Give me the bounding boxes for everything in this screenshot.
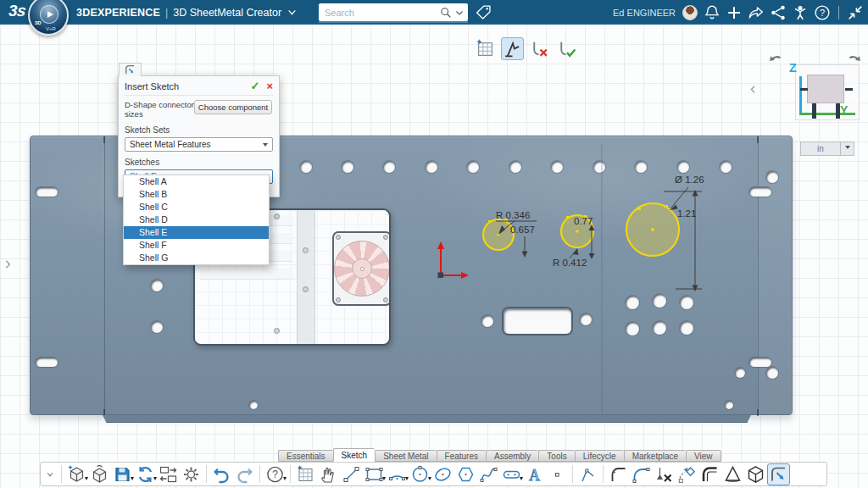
preview-leg bbox=[812, 103, 816, 119]
choose-component-button[interactable]: Choose component bbox=[194, 100, 272, 114]
positioned-sketch-button[interactable] bbox=[501, 37, 524, 60]
exit-check-button[interactable] bbox=[555, 37, 578, 60]
svg-text:A: A bbox=[529, 466, 540, 483]
bottom-flange bbox=[103, 415, 751, 423]
shell-option-shell-a[interactable]: Shell A bbox=[124, 175, 269, 188]
tab-marketplace[interactable]: Marketplace bbox=[624, 450, 686, 462]
rotate-left-icon[interactable] bbox=[765, 53, 786, 71]
sketches-option-list: Shell AShell BShell CShell DShell EShell… bbox=[123, 175, 270, 265]
shell-option-shell-e[interactable]: Shell E bbox=[124, 226, 269, 239]
search-bar[interactable] bbox=[319, 3, 468, 21]
shell-option-shell-c[interactable]: Shell C bbox=[124, 201, 269, 214]
sync-button[interactable] bbox=[134, 463, 157, 485]
insert-sketch-button[interactable] bbox=[767, 463, 790, 485]
rectangle-button[interactable] bbox=[363, 463, 386, 485]
search-icon[interactable] bbox=[439, 6, 453, 19]
units-value[interactable]: in bbox=[800, 141, 841, 156]
search-input[interactable] bbox=[319, 8, 439, 18]
expand-tree-icon[interactable] bbox=[2, 258, 14, 275]
insert-sketch-dialog-tab[interactable] bbox=[119, 63, 142, 76]
user-name[interactable]: Ed ENGINEER bbox=[613, 8, 676, 18]
circle-button[interactable] bbox=[409, 463, 431, 485]
shell-option-shell-g[interactable]: Shell G bbox=[124, 252, 269, 264]
tab-lifecycle[interactable]: Lifecycle bbox=[575, 450, 624, 462]
svg-text:?: ? bbox=[272, 469, 278, 480]
shell-option-shell-b[interactable]: Shell B bbox=[124, 188, 269, 201]
arc-button[interactable] bbox=[386, 463, 409, 485]
tag-icon[interactable] bbox=[475, 3, 492, 21]
tab-features[interactable]: Features bbox=[437, 450, 486, 462]
polygon-button[interactable] bbox=[454, 463, 477, 485]
fillet-blue-button[interactable] bbox=[630, 463, 653, 485]
z-axis-label: Z bbox=[789, 61, 797, 75]
help-icon[interactable]: ? bbox=[813, 3, 832, 22]
sketch-grid-button[interactable] bbox=[294, 463, 317, 485]
trim-button[interactable] bbox=[653, 463, 676, 485]
shell-option-shell-f[interactable]: Shell F bbox=[124, 239, 269, 252]
text-button[interactable]: A bbox=[523, 463, 546, 485]
person-icon[interactable] bbox=[791, 3, 810, 22]
open-part-button[interactable] bbox=[88, 463, 111, 485]
tab-sheet-metal[interactable]: Sheet Metal bbox=[375, 450, 436, 462]
sketch-sets-select[interactable]: Sheet Metal Features bbox=[125, 137, 273, 152]
help-button[interactable]: ? bbox=[264, 463, 287, 485]
search-options-chevron-icon[interactable] bbox=[454, 8, 465, 18]
bend-line bbox=[104, 136, 105, 414]
cube-button[interactable] bbox=[744, 463, 767, 485]
units-dropdown[interactable]: in bbox=[800, 141, 854, 156]
sketch-grid-button[interactable] bbox=[474, 37, 497, 60]
save-button[interactable] bbox=[111, 463, 134, 485]
screw bbox=[336, 235, 341, 240]
screw bbox=[303, 247, 309, 253]
flange-button[interactable] bbox=[698, 463, 721, 485]
brand-separator: | bbox=[165, 7, 168, 19]
collapse-icon[interactable] bbox=[846, 3, 865, 22]
tab-assembly[interactable]: Assembly bbox=[486, 450, 538, 462]
gear-button[interactable] bbox=[180, 463, 203, 485]
app-switcher[interactable]: 3DEXPERIENCE | 3D SheetMetal Creator bbox=[76, 0, 298, 25]
transfer-button[interactable] bbox=[157, 463, 180, 485]
chevron-down-icon bbox=[263, 143, 268, 149]
collapse-panel-icon[interactable] bbox=[748, 83, 759, 99]
3ds-logo[interactable]: 3s bbox=[8, 2, 25, 20]
new-part-button[interactable] bbox=[65, 463, 88, 485]
dialog-close-icon[interactable]: × bbox=[266, 80, 273, 92]
avatar[interactable] bbox=[682, 5, 698, 20]
preview-leg bbox=[836, 103, 840, 119]
topbar-icons: ? bbox=[703, 3, 865, 22]
chevron-down-icon[interactable] bbox=[287, 7, 298, 18]
spline-button[interactable] bbox=[477, 463, 500, 485]
tab-sketch[interactable]: Sketch bbox=[333, 448, 376, 462]
bend-tick bbox=[103, 136, 105, 143]
screw bbox=[274, 328, 280, 334]
slot-button[interactable] bbox=[500, 463, 523, 485]
bell-icon[interactable] bbox=[703, 3, 721, 22]
redo-button[interactable] bbox=[233, 463, 256, 485]
units-caret[interactable] bbox=[841, 141, 854, 156]
cone-button[interactable] bbox=[721, 463, 744, 485]
exit-x-button[interactable] bbox=[528, 37, 551, 60]
share-icon[interactable] bbox=[747, 3, 765, 22]
fan-frame bbox=[332, 231, 391, 306]
top-bar: 3s 3DEXPERIENCE | 3D SheetMetal Creator … bbox=[0, 0, 868, 25]
tab-view[interactable]: View bbox=[686, 450, 721, 462]
shell-option-shell-d[interactable]: Shell D bbox=[124, 214, 269, 226]
project-button[interactable] bbox=[676, 463, 698, 485]
topbar-right-cluster: Ed ENGINEER ? bbox=[613, 0, 865, 25]
preview-handle bbox=[845, 88, 853, 91]
ellipse-button[interactable] bbox=[431, 463, 454, 485]
plus-icon[interactable] bbox=[725, 3, 743, 22]
dialog-ok-icon[interactable]: ✓ bbox=[251, 80, 260, 92]
select-hand-button[interactable] bbox=[317, 463, 340, 485]
undo-button[interactable] bbox=[210, 463, 233, 485]
point-button[interactable] bbox=[546, 463, 569, 485]
tab-tools[interactable]: Tools bbox=[538, 450, 574, 462]
tab-essentials[interactable]: Essentials bbox=[278, 450, 333, 462]
fillet-dark-button[interactable] bbox=[607, 463, 630, 485]
network-icon[interactable] bbox=[769, 3, 787, 22]
toolbar-collapse-icon[interactable] bbox=[44, 469, 56, 480]
dialog-title: Insert Sketch bbox=[125, 81, 251, 92]
badge-3d-label: 3D bbox=[35, 20, 42, 25]
line-button[interactable] bbox=[340, 463, 363, 485]
corner-line-button[interactable] bbox=[576, 463, 599, 485]
